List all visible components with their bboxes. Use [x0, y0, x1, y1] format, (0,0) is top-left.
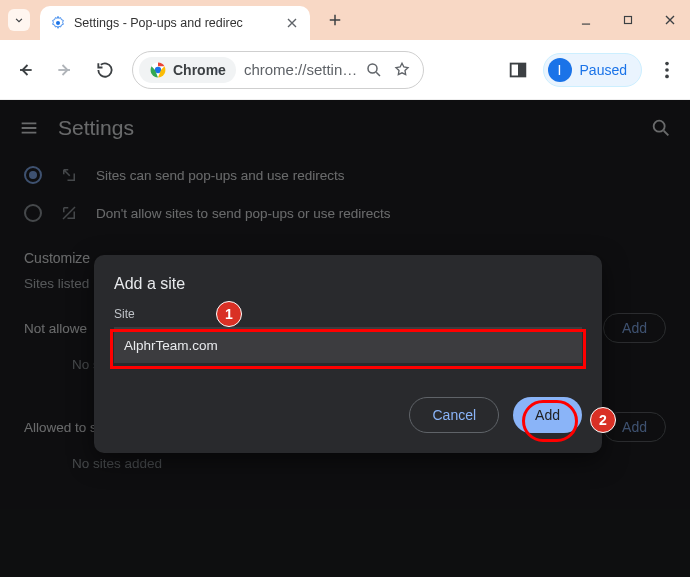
svg-point-9	[665, 74, 669, 78]
arrow-left-icon	[15, 60, 35, 80]
back-button[interactable]	[12, 57, 38, 83]
new-tab-button[interactable]	[324, 9, 346, 31]
plus-icon	[326, 11, 344, 29]
minimize-icon	[579, 13, 593, 27]
svg-point-8	[665, 68, 669, 72]
settings-page: Settings Sites can send pop-ups and use …	[0, 100, 690, 577]
url-text: chrome://settin…	[244, 61, 357, 78]
svg-rect-1	[625, 17, 632, 24]
svg-point-0	[56, 21, 60, 25]
close-window-button[interactable]	[658, 8, 682, 32]
add-button[interactable]: Add	[513, 397, 582, 433]
bookmark-star-icon[interactable]	[393, 61, 411, 79]
tab-search-button[interactable]	[8, 9, 30, 31]
dialog-actions: Cancel Add	[114, 397, 582, 433]
window-controls	[574, 0, 682, 40]
side-panel-icon[interactable]	[507, 59, 529, 81]
profile-status: Paused	[580, 62, 627, 78]
annotation-badge-2: 2	[590, 407, 616, 433]
dialog-title: Add a site	[114, 275, 582, 293]
chevron-down-icon	[12, 13, 26, 27]
cancel-button[interactable]: Cancel	[409, 397, 499, 433]
reload-button[interactable]	[92, 57, 118, 83]
svg-rect-6	[518, 63, 525, 76]
tab-title: Settings - Pop-ups and redirec	[74, 16, 276, 30]
forward-button[interactable]	[52, 57, 78, 83]
maximize-icon	[621, 13, 635, 27]
chrome-logo-icon	[149, 61, 167, 79]
avatar: I	[548, 58, 572, 82]
add-site-dialog: Add a site Site Cancel Add	[94, 255, 602, 453]
close-icon	[662, 12, 678, 28]
site-input[interactable]	[114, 327, 582, 363]
arrow-right-icon	[55, 60, 75, 80]
svg-point-4	[368, 64, 377, 73]
menu-button[interactable]	[656, 59, 678, 81]
zoom-icon[interactable]	[365, 61, 383, 79]
address-bar[interactable]: Chrome chrome://settin…	[132, 51, 424, 89]
site-chip-label: Chrome	[173, 62, 226, 78]
window-titlebar: Settings - Pop-ups and redirec	[0, 0, 690, 40]
annotation-badge-1: 1	[216, 301, 242, 327]
close-icon[interactable]	[284, 15, 300, 31]
minimize-button[interactable]	[574, 8, 598, 32]
maximize-button[interactable]	[616, 8, 640, 32]
profile-button[interactable]: I Paused	[543, 53, 642, 87]
browser-tab[interactable]: Settings - Pop-ups and redirec	[40, 6, 310, 40]
gear-icon	[50, 15, 66, 31]
browser-toolbar: Chrome chrome://settin… I Paused	[0, 40, 690, 100]
site-chip[interactable]: Chrome	[139, 57, 236, 83]
reload-icon	[95, 60, 115, 80]
svg-point-7	[665, 61, 669, 65]
dialog-field-label: Site	[114, 307, 582, 321]
